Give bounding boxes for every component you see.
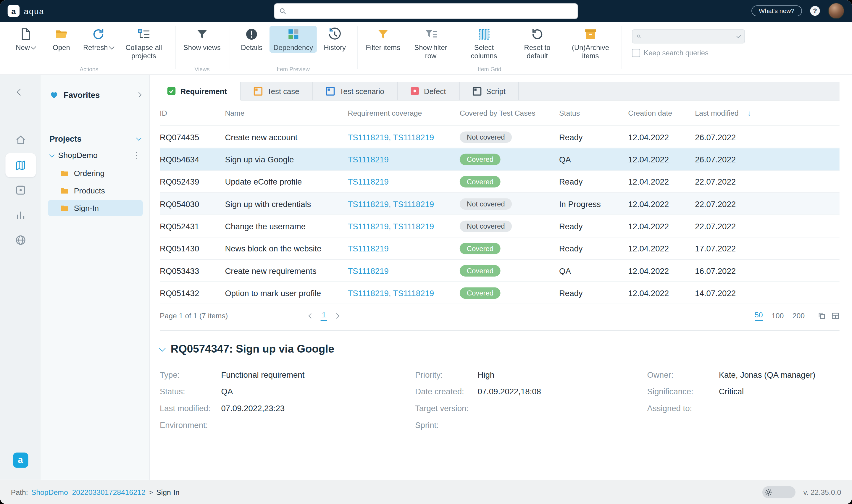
sidebar-item-reports[interactable] — [5, 203, 36, 227]
select-columns-button[interactable]: Select columns — [457, 26, 511, 61]
history-button[interactable]: History — [317, 26, 352, 53]
sort-desc-icon[interactable]: ↓ — [747, 109, 751, 117]
coverage-links[interactable]: TS1118219, TS1118219 — [348, 221, 434, 230]
collapse-sidebar-button[interactable] — [15, 84, 26, 100]
coverage-links[interactable]: TS1118219 — [348, 177, 388, 186]
table-row[interactable]: RQ051432 Option to mark user profile TS1… — [160, 282, 839, 304]
show-filter-row-button[interactable]: Show filter row — [404, 26, 457, 61]
global-search-input[interactable] — [290, 6, 573, 15]
refresh-icon — [91, 27, 105, 41]
collapse-preview-icon[interactable] — [159, 345, 166, 352]
cell-name: Create new account — [225, 132, 348, 141]
tab-script[interactable]: Script — [459, 82, 519, 100]
sidebar-item-home[interactable] — [5, 128, 36, 152]
new-button[interactable]: New — [8, 26, 43, 53]
cell-id: RQ074435 — [160, 132, 225, 141]
page-size-200[interactable]: 200 — [793, 311, 805, 320]
show-views-button[interactable]: Show views — [180, 26, 224, 53]
coverage-links[interactable]: TS1118219 — [348, 266, 388, 275]
page-size-50[interactable]: 50 — [755, 310, 763, 321]
whats-new-button[interactable]: What's new? — [751, 5, 802, 16]
path-link[interactable]: ShopDemo_202203301728416212 — [31, 488, 146, 496]
page-size-100[interactable]: 100 — [772, 311, 784, 320]
reset-to-default-button[interactable]: Reset to default — [511, 26, 564, 61]
brand-name: aqua — [24, 6, 44, 15]
help-button[interactable]: ? — [810, 6, 820, 16]
copy-icon[interactable] — [818, 311, 826, 320]
dependency-button[interactable]: Dependency — [270, 26, 317, 53]
open-button[interactable]: Open — [43, 26, 79, 53]
chevron-right-icon[interactable] — [136, 92, 141, 97]
coverage-links[interactable]: TS1118219, TS1118219 — [348, 288, 434, 297]
header-id[interactable]: ID — [160, 109, 225, 117]
pagination-bar: Page 1 of 1 (7 items) 1 50 100 200 — [160, 304, 839, 327]
settings-toggle[interactable] — [763, 486, 796, 498]
table-row[interactable]: RQ054030 Sign up with credentials TS1118… — [160, 193, 839, 215]
coverage-links[interactable]: TS1118219 — [348, 155, 388, 164]
grid-search-select[interactable] — [632, 29, 745, 43]
header-coverage[interactable]: Requirement coverage — [348, 109, 459, 117]
prev-page-icon[interactable] — [309, 313, 314, 318]
script-icon — [472, 87, 481, 95]
field-label: Last modified: — [160, 403, 221, 414]
sidebar-item-releases[interactable] — [5, 178, 36, 202]
favorites-section[interactable]: Favorites — [41, 87, 149, 103]
archive-box-icon — [583, 27, 598, 41]
toolbar-separator — [357, 26, 358, 69]
cell-name: Option to mark user profile — [225, 288, 348, 297]
tree-folder-products[interactable]: Products — [48, 182, 143, 199]
next-page-icon[interactable] — [334, 313, 339, 318]
grid-search-input[interactable] — [644, 32, 734, 40]
preview-header[interactable]: RQ0574347: Sign up via Google — [160, 343, 839, 355]
table-row[interactable]: RQ052431 Change the username TS1118219, … — [160, 215, 839, 237]
header-modified[interactable]: Last modified↓ — [695, 109, 839, 117]
tab-defect[interactable]: Defect — [398, 82, 459, 100]
field-label: Owner: — [647, 370, 719, 380]
tree-folder-ordering[interactable]: Ordering — [48, 165, 143, 181]
package-icon — [15, 184, 26, 196]
topbar-actions: What's new? ? — [751, 3, 844, 19]
header-status[interactable]: Status — [559, 109, 628, 117]
filter-row-icon — [424, 27, 438, 41]
cell-created: 12.04.2022 — [628, 288, 695, 297]
coverage-links[interactable]: TS1118219, TS1118219 — [348, 199, 434, 208]
page-number[interactable]: 1 — [321, 310, 327, 321]
refresh-button[interactable]: Refresh — [79, 26, 117, 53]
kebab-menu-icon[interactable]: ⋮ — [130, 152, 143, 158]
table-row[interactable]: RQ053433 Create new requirements TS11182… — [160, 260, 839, 282]
sidebar-item-integrations[interactable] — [5, 228, 36, 252]
export-grid-icon[interactable] — [831, 311, 839, 320]
header-covered[interactable]: Covered by Test Cases — [460, 109, 559, 117]
collapse-all-projects-button[interactable]: Collapse all projects — [117, 26, 170, 61]
header-name[interactable]: Name — [225, 109, 348, 117]
tree-node-shopdemo[interactable]: ShopDemo ⋮ — [41, 147, 149, 164]
tab-test-case[interactable]: Test case — [240, 82, 313, 100]
status-bar: Path: ShopDemo_202203301728416212 > Sign… — [0, 480, 852, 504]
chevron-down-icon[interactable] — [49, 152, 54, 157]
table-row[interactable]: RQ052439 Update eCoffe profile TS1118219… — [160, 171, 839, 193]
coverage-links[interactable]: TS1118219 — [348, 244, 388, 253]
unarchive-items-button[interactable]: (Un)Archive items — [564, 26, 617, 61]
sidebar-item-projects[interactable] — [5, 153, 36, 177]
cell-status: QA — [559, 155, 628, 164]
map-icon — [15, 159, 26, 171]
table-row[interactable]: RQ074435 Create new account TS1118219, T… — [160, 126, 839, 148]
header-created[interactable]: Creation date — [628, 109, 695, 117]
table-row[interactable]: RQ051430 News block on the website TS111… — [160, 237, 839, 260]
cell-modified: 22.07.2022 — [695, 199, 839, 208]
details-button[interactable]: Details — [234, 26, 270, 53]
tab-requirement[interactable]: Requirement — [155, 82, 240, 100]
table-row-selected[interactable]: RQ054634 Sign up via Google TS1118219 Co… — [160, 148, 839, 170]
projects-header[interactable]: Projects — [41, 131, 149, 147]
global-search[interactable] — [274, 3, 578, 19]
keep-search-queries[interactable]: Keep search queries — [632, 49, 745, 57]
brand: a aqua — [8, 5, 44, 17]
chevron-down-icon[interactable] — [136, 136, 141, 141]
coverage-links[interactable]: TS1118219, TS1118219 — [348, 132, 434, 141]
tab-test-scenario[interactable]: Test scenario — [313, 82, 398, 100]
tree-folder-sign-in[interactable]: Sign-In — [48, 200, 143, 216]
keep-search-checkbox[interactable] — [632, 49, 640, 57]
user-avatar[interactable] — [828, 3, 844, 19]
filter-items-button[interactable]: Filter items — [362, 26, 404, 53]
keep-search-label: Keep search queries — [644, 49, 708, 57]
